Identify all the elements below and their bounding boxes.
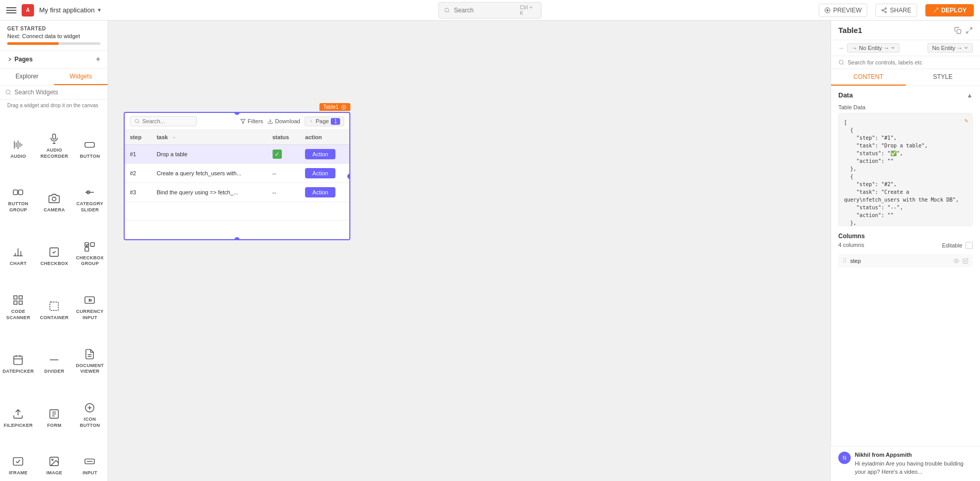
search-widgets-input[interactable] [14, 89, 103, 96]
app-name[interactable]: My first application ▼ [39, 6, 102, 14]
widget-icon-button-label: ICON BUTTON [75, 417, 105, 428]
topbar: A My first application ▼ Ctrl + K PREVIE… [0, 0, 980, 21]
pages-row: Pages + [0, 51, 108, 69]
column-visible-icon[interactable] [953, 258, 959, 264]
code-edit-icon[interactable]: ✎ [965, 117, 968, 126]
svg-point-23 [53, 197, 56, 201]
code-block[interactable]: ✎ [ { "step": "#1", "task": "Drop a tabl… [838, 113, 973, 226]
widget-chart[interactable]: CHART [0, 218, 37, 272]
column-edit-icon[interactable] [962, 258, 969, 264]
table-search-input[interactable] [142, 118, 189, 124]
deploy-icon [933, 7, 939, 13]
svg-rect-35 [19, 296, 22, 299]
download-button[interactable]: Download [267, 118, 300, 124]
table-row[interactable]: #1 Drop a table ✓ Action [125, 145, 349, 164]
column-drag-handle[interactable]: ⠿ [842, 257, 847, 264]
editable-checkbox[interactable] [966, 242, 973, 249]
hamburger-menu[interactable] [6, 5, 16, 15]
svg-line-7 [884, 10, 885, 11]
widget-audio[interactable]: AUDIO [0, 110, 37, 164]
checkbox-group-icon [82, 239, 97, 254]
tab-content[interactable]: CONTENT [831, 69, 906, 86]
table-row[interactable]: #2 Create a query fetch_users with... --… [125, 164, 349, 183]
widget-checkbox-group[interactable]: CHECKBOX GROUP [72, 218, 108, 272]
action-button-1[interactable]: Action [305, 149, 335, 159]
widget-document-viewer[interactable]: DOCUMENT VIEWER [72, 326, 108, 379]
tab-widgets[interactable]: Widgets [54, 69, 108, 85]
widget-button-group[interactable]: BUTTON GROUP [0, 164, 37, 218]
page-prev-icon[interactable] [309, 119, 314, 124]
action-button-3[interactable]: Action [305, 187, 335, 197]
entity-from-dropdown[interactable]: → No Entity → [847, 43, 900, 53]
widget-iframe[interactable]: IFRAME [0, 433, 37, 481]
widget-filepicker[interactable]: FILEPICKER [0, 379, 37, 433]
entity-to-dropdown[interactable]: No Entity → [927, 43, 973, 53]
deploy-button[interactable]: DEPLOY [925, 4, 974, 16]
button-group-icon [11, 185, 25, 200]
search-controls-input[interactable] [848, 59, 973, 65]
copy-icon[interactable] [954, 27, 961, 34]
search-controls[interactable] [831, 56, 980, 69]
share-button[interactable]: SHARE [875, 4, 917, 17]
svg-marker-3 [827, 9, 829, 11]
audio-recorder-icon [47, 131, 61, 146]
widget-input[interactable]: INPUT [72, 433, 108, 481]
widget-icon-button[interactable]: ICON BUTTON [72, 379, 108, 433]
widget-button-label: BUTTON [80, 154, 100, 160]
tab-style[interactable]: STYLE [906, 69, 981, 86]
progress-bar-wrap [7, 42, 100, 45]
widget-container[interactable]: CONTAINER [37, 272, 72, 325]
cell-step-3: #3 [125, 183, 151, 202]
download-icon [267, 119, 273, 124]
expand-icon[interactable] [966, 27, 973, 34]
svg-line-8 [884, 9, 885, 10]
widget-divider[interactable]: DIVIDER [37, 326, 72, 379]
widget-button-group-label: BUTTON GROUP [3, 201, 34, 213]
widget-image[interactable]: IMAGE [37, 433, 72, 481]
widget-code-scanner[interactable]: CODE SCANNER [0, 272, 37, 325]
widget-audio-recorder[interactable]: AUDIO RECORDER [37, 110, 72, 164]
data-section-chevron[interactable]: ▲ [967, 92, 973, 99]
tab-explorer[interactable]: Explorer [0, 69, 54, 85]
widget-button[interactable]: BUTTON [72, 110, 108, 164]
main-layout: GET STARTED Next: Connect data to widget… [0, 21, 980, 481]
table-settings-icon[interactable] [341, 105, 346, 110]
add-page-button[interactable]: + [96, 55, 100, 64]
search-widgets-bar[interactable] [0, 86, 108, 99]
topbar-right: PREVIEW SHARE DEPLOY [819, 4, 974, 17]
table-search[interactable] [130, 116, 197, 126]
table-toolbar-right: Filters Download Page 1 [240, 117, 344, 126]
topbar-search-bar[interactable]: Ctrl + K [438, 2, 542, 19]
widget-audio-recorder-label: AUDIO RECORDER [39, 147, 70, 159]
svg-rect-40 [14, 356, 23, 365]
resize-handle-bottom[interactable] [234, 237, 240, 240]
get-started-section: GET STARTED Next: Connect data to widget [0, 21, 108, 51]
table-row[interactable]: #3 Bind the query using => fetch_... -- … [125, 183, 349, 202]
pages-label[interactable]: Pages [7, 56, 32, 63]
topbar-search-input[interactable] [454, 7, 516, 14]
resize-handle-right[interactable] [347, 174, 350, 179]
data-table: step task status action [125, 130, 349, 239]
status-check-icon: ✓ [273, 150, 282, 159]
widget-category-slider[interactable]: CATEGORY SLIDER [72, 164, 108, 218]
widget-datepicker[interactable]: DATEPICKER [0, 326, 37, 379]
action-button-2[interactable]: Action [305, 168, 335, 178]
chat-avatar: N [838, 452, 851, 464]
svg-line-66 [970, 27, 972, 29]
widget-iframe-label: IFRAME [9, 470, 27, 476]
widget-checkbox[interactable]: CHECKBOX [37, 218, 72, 272]
checkbox-icon [47, 245, 61, 259]
svg-line-62 [138, 122, 139, 123]
widget-camera[interactable]: CAMERA [37, 164, 72, 218]
preview-button[interactable]: PREVIEW [819, 4, 867, 17]
right-panel-icons [954, 27, 973, 34]
widget-container-label: CONTAINER [40, 315, 69, 321]
widget-currency-input[interactable]: CURRENCY INPUT [72, 272, 108, 325]
widget-category-slider-label: CATEGORY SLIDER [75, 201, 105, 213]
data-section-title: Data [838, 91, 853, 99]
entity-from-chevron [891, 46, 895, 50]
canvas[interactable]: Table1 Filters [108, 21, 831, 481]
app-logo: A [22, 4, 34, 16]
widget-form[interactable]: FORM [37, 379, 72, 433]
filters-button[interactable]: Filters [240, 118, 263, 124]
